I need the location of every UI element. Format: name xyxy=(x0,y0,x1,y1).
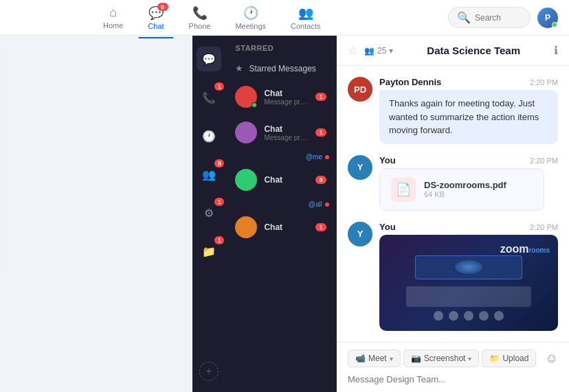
chat-unread-4: 1 xyxy=(315,223,326,231)
message-time-1: 2:20 PM xyxy=(530,78,558,87)
mention-me-tag: @me xyxy=(306,153,322,161)
members-icon: 👥 xyxy=(364,46,375,56)
mention-row-all: @all xyxy=(225,198,336,209)
file-type-icon: 📄 xyxy=(391,177,416,202)
screenshot-label: Screenshot xyxy=(424,354,466,363)
message-avatar-3: Y xyxy=(348,222,372,246)
chat-name-1: Chat xyxy=(264,89,309,98)
zoom-room-visual: zoomrooms xyxy=(379,235,558,331)
chat-item-2[interactable]: Chat Message preview 1 xyxy=(225,115,336,150)
nav-item-meetings[interactable]: 🕐 Meetings xyxy=(225,3,276,33)
chat-item-1[interactable]: Chat Message preview 1 xyxy=(225,79,336,115)
nav-item-home[interactable]: ⌂ Home xyxy=(93,3,133,32)
chat-info-3: Chat xyxy=(264,175,309,185)
sidebar-contacts-icon[interactable]: 👥 8 xyxy=(197,162,221,187)
zoom-chair-2 xyxy=(449,311,458,321)
message-avatar-1: PD xyxy=(348,77,372,102)
nav-search-area: 🔍 P xyxy=(448,7,558,28)
sidebar-extra-icon[interactable]: 📁 1 xyxy=(197,239,221,264)
screenshot-button[interactable]: 📷 Screenshot ▾ xyxy=(403,349,480,367)
zoom-monitor-glow xyxy=(455,260,482,274)
search-box[interactable]: 🔍 xyxy=(448,7,531,28)
chat-info-1: Chat Message preview xyxy=(264,89,309,106)
zoom-monitor xyxy=(415,255,522,279)
chat-item-3[interactable]: Chat 8 xyxy=(225,162,336,198)
chat-item-4[interactable]: Chat 1 xyxy=(225,209,336,245)
nav-label-meetings: Meetings xyxy=(235,22,266,30)
chat-avatar-3 xyxy=(235,169,257,191)
chat-title: Data Science Team xyxy=(427,45,520,56)
search-icon: 🔍 xyxy=(457,11,471,24)
nav-items: ⌂ Home 💬 Chat 8 📞 Phone 🕐 Meetings 👥 Con… xyxy=(93,3,448,33)
chat-info-2: Chat Message preview xyxy=(264,124,309,141)
upload-icon: 📁 xyxy=(489,354,500,363)
nav-item-chat[interactable]: 💬 Chat 8 xyxy=(138,3,173,33)
message-input[interactable] xyxy=(348,374,558,384)
sidebar-settings-badge: 1 xyxy=(214,198,224,206)
chat-star-button[interactable]: ☆ xyxy=(348,44,357,57)
search-input[interactable] xyxy=(475,13,530,23)
sidebar-meetings-icon[interactable]: 🕐 xyxy=(197,124,221,148)
meetings-icon: 🕐 xyxy=(243,5,258,21)
message-content-1: Payton Dennis 2:20 PM Thanks again for m… xyxy=(379,77,558,144)
online-indicator-1 xyxy=(252,102,257,108)
upload-button[interactable]: 📁 Upload xyxy=(482,349,536,367)
sidebar-chat-icon[interactable]: 💬 xyxy=(197,47,221,71)
nav-item-phone[interactable]: 📞 Phone xyxy=(179,3,221,33)
chat-list: STARRED ★ Starred Messages Chat Message … xyxy=(225,36,337,392)
message-sender-1: Payton Dennis xyxy=(379,77,441,87)
phone-mockup-wrapper: 9:41 ▐▐ WiFi 🔋 ‹ Kailey Flores 🔍 ⋮ 10/15… xyxy=(0,36,192,392)
chat-interface: 💬 📞 1 🕐 👥 8 ⚙ 1 📁 1 + STARRED xyxy=(192,36,569,392)
meet-label: Meet xyxy=(368,354,387,363)
screenshot-icon: 📷 xyxy=(411,354,421,363)
sidebar-phone-icon[interactable]: 📞 1 xyxy=(197,85,221,110)
sidebar-phone-badge: 1 xyxy=(214,82,224,91)
message-time-2: 2:20 PM xyxy=(530,157,558,165)
chat-header-left: ☆ 👥 25 ▾ xyxy=(348,44,393,57)
chat-items-list: Chat Message preview 1 Chat Message prev… xyxy=(225,79,336,392)
user-avatar[interactable]: P xyxy=(537,8,558,28)
message-header-3: You 2:20 PM xyxy=(379,222,558,232)
chat-avatar-4 xyxy=(235,216,257,238)
message-file-attachment[interactable]: 📄 DS-zoomrooms.pdf 64 KB xyxy=(379,168,544,211)
message-header-2: You 2:20 PM xyxy=(379,155,558,165)
zoom-chair-4 xyxy=(479,311,489,321)
chat-info-4: Chat xyxy=(264,222,309,232)
chat-meta-1: 1 xyxy=(315,93,326,101)
mention-row-me: @me xyxy=(225,150,336,162)
message-time-3: 2:20 PM xyxy=(530,223,558,231)
chat-list-header: STARRED xyxy=(225,36,336,58)
chat-info-button[interactable]: ℹ xyxy=(554,44,558,57)
meet-button[interactable]: 📹 Meet ▾ xyxy=(348,349,401,367)
file-size: 64 KB xyxy=(424,190,506,198)
main-content: 9:41 ▐▐ WiFi 🔋 ‹ Kailey Flores 🔍 ⋮ 10/15… xyxy=(0,36,569,392)
starred-messages-item[interactable]: ★ Starred Messages xyxy=(225,58,336,79)
chat-unread-1: 1 xyxy=(315,93,326,101)
member-dropdown-icon[interactable]: ▾ xyxy=(389,46,393,56)
starred-messages-label: Starred Messages xyxy=(249,64,315,73)
sidebar-settings-icon[interactable]: ⚙ 1 xyxy=(197,200,221,225)
message-sender-3: You xyxy=(379,222,396,232)
message-avatar-2: Y xyxy=(348,155,372,180)
nav-label-home: Home xyxy=(103,21,123,30)
chat-meta-2: 1 xyxy=(315,128,326,137)
message-bubble-1: Thanks again for meeting today. Just wan… xyxy=(379,90,558,144)
emoji-button[interactable]: ☺ xyxy=(546,351,558,366)
message-sender-2: You xyxy=(379,155,396,165)
message-group-1: PD Payton Dennis 2:20 PM Thanks again fo… xyxy=(348,77,558,144)
message-image-attachment[interactable]: zoomrooms xyxy=(379,235,558,331)
sidebar-contacts-badge: 8 xyxy=(214,159,224,168)
sidebar-add-button[interactable]: + xyxy=(199,362,219,381)
chat-avatar-2 xyxy=(235,122,257,143)
file-info: DS-zoomrooms.pdf 64 KB xyxy=(424,180,506,198)
chat-members-button[interactable]: 👥 25 ▾ xyxy=(364,46,393,56)
starred-section-label: STARRED xyxy=(235,44,274,52)
message-group-2: Y You 2:20 PM 📄 DS-zoomrooms.pdf 64 KB xyxy=(348,155,558,211)
star-icon: ★ xyxy=(235,63,243,73)
left-sidebar: 💬 📞 1 🕐 👥 8 ⚙ 1 📁 1 + xyxy=(192,36,225,392)
chat-meta-4: 1 xyxy=(315,223,326,231)
member-count: 25 xyxy=(377,46,386,56)
chat-unread-3: 8 xyxy=(315,176,326,184)
nav-item-contacts[interactable]: 👥 Contacts xyxy=(281,3,330,33)
avatar-initials: P xyxy=(545,13,550,23)
